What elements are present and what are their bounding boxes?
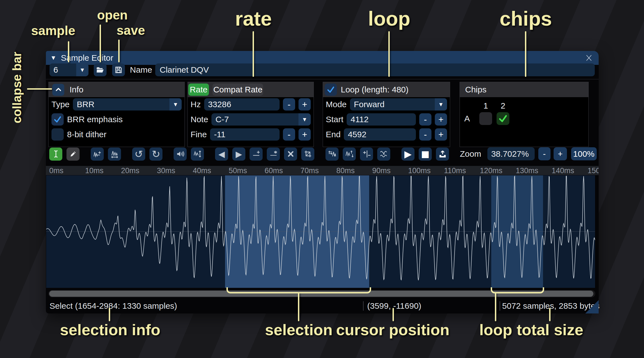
collapse-bar-button[interactable] [52,84,64,96]
crop-icon [304,150,312,158]
fade-out-button[interactable]: ▶ [232,148,245,161]
loop-section-header: Loop (length: 480) [323,82,450,97]
wave-reverse-icon [328,150,336,158]
tab-compat-rate[interactable]: Compat Rate [213,84,263,96]
annotation-open: open [97,8,128,23]
undo-button[interactable]: ↺ [132,148,145,161]
scrollbar-thumb[interactable] [49,291,593,297]
loop-start-label: Start [326,115,343,124]
resample-button[interactable] [108,148,121,161]
loop-end-minus-button[interactable]: - [419,128,431,141]
ruler-label: 130ms [516,166,538,175]
waveform-view[interactable] [46,175,595,288]
reverse-button[interactable] [325,148,339,161]
sample-number-value: 6 [50,65,76,75]
fine-input[interactable]: -11 [210,128,280,141]
window-collapse-icon[interactable]: ▼ [50,54,56,62]
save-icon [114,66,123,74]
fine-plus-button[interactable]: + [298,128,311,141]
status-cursor-position: (3599, -11690) [367,300,421,312]
brr-emphasis-checkbox[interactable] [51,113,64,126]
loop-start-minus-button[interactable]: - [419,113,431,126]
ruler-label: 80ms [336,166,355,175]
status-divider [363,301,364,311]
zoom-value-field[interactable]: 38.7027% [487,147,535,160]
loop-start-input[interactable]: 4112 [347,113,416,126]
type-value: BRR [73,100,169,109]
draw-mode-button[interactable] [66,148,80,161]
trim-button[interactable] [301,148,314,161]
wave-stretch-icon [110,150,119,158]
chip-a2-checkbox[interactable] [497,112,509,125]
waveform-scrollbar[interactable] [48,290,595,297]
hz-minus-button[interactable]: - [283,98,295,111]
loop-enable-checkbox[interactable] [325,84,337,96]
status-selection-info: Select (1654-2984: 1330 samples) [50,300,177,312]
chevron-down-icon[interactable]: ▼ [435,98,447,111]
preview-button[interactable]: ▶ [401,148,414,161]
amplify-button[interactable] [174,148,187,161]
redo-icon: ↻ [152,148,160,160]
edit-mode-button[interactable] [49,148,62,161]
window-titlebar[interactable]: ▼ Sample Editor [46,51,599,65]
apply-silence-button[interactable] [267,148,280,161]
insert-silence-button[interactable] [250,148,263,161]
apply-filter-button[interactable] [377,148,390,161]
save-sample-button[interactable] [112,63,125,76]
sample-name-input[interactable] [155,63,595,76]
type-dropdown[interactable]: BRR ▼ [73,98,182,111]
fine-minus-button[interactable]: - [283,128,295,141]
ruler-label: 60ms [265,166,283,175]
loop-end-plus-button[interactable]: + [435,128,447,141]
fade-in-button[interactable]: ◀ [215,148,228,161]
chip-a1-checkbox[interactable] [479,112,492,125]
loop-end-input[interactable]: 4592 [344,128,416,141]
info-section-header: Info [49,82,184,97]
tab-rate[interactable]: Rate [188,84,209,96]
rate-section-header: Rate Compat Rate [188,82,314,97]
ibeam-cursor-icon [52,150,60,158]
resize-button[interactable] [91,148,104,161]
chevron-up-icon [55,86,62,93]
ruler-label: 110ms [444,166,466,175]
sample-number-dropdown[interactable]: 6 ▼ [50,63,88,76]
type-label: Type [51,100,70,109]
chip-column-2: 2 [497,99,509,111]
wave-plus-icon [93,150,102,158]
brr-emphasis-label: BRR emphasis [67,115,123,124]
create-wavetable-button[interactable] [436,148,449,161]
filter-wave-icon [380,150,388,158]
resize-grip[interactable] [585,300,599,313]
hz-label: Hz [191,100,201,109]
loop-mode-dropdown[interactable]: Forward ▼ [350,98,447,111]
zoom-out-button[interactable]: - [538,147,551,160]
dither-checkbox[interactable] [51,128,64,141]
delete-button[interactable] [284,148,297,161]
ruler-label: 40ms [193,166,211,175]
status-total-size: 5072 samples, 2853 bytes [502,300,599,312]
annotation-chips: chips [500,7,552,30]
zoom-reset-button[interactable]: 100% [571,147,597,160]
stop-preview-button[interactable]: ■ [419,148,432,161]
x-icon [287,150,294,158]
loop-section-title: Loop (length: 480) [341,85,409,94]
annotation-selection: selection [265,321,333,339]
close-icon[interactable] [584,53,594,63]
zoom-in-button[interactable]: + [554,147,567,160]
chips-section: Chips 1 2 A [460,82,589,147]
loop-start-plus-button[interactable]: + [435,113,447,126]
chevron-down-icon[interactable]: ▼ [298,113,311,126]
normalize-button[interactable] [191,148,204,161]
fade-out-icon: ▶ [236,149,242,159]
chevron-down-icon[interactable]: ▼ [169,98,182,111]
play-icon: ▶ [404,148,411,160]
open-sample-button[interactable] [94,63,107,76]
annotation-loop-marker: loop [479,321,512,339]
chevron-down-icon[interactable]: ▼ [76,63,88,76]
redo-button[interactable]: ↻ [149,148,162,161]
invert-button[interactable] [343,148,356,161]
hz-plus-button[interactable]: + [298,98,311,111]
note-dropdown[interactable]: C-7 ▼ [211,113,311,126]
signedness-button[interactable] [360,148,373,161]
hz-input[interactable]: 33286 [204,98,280,111]
